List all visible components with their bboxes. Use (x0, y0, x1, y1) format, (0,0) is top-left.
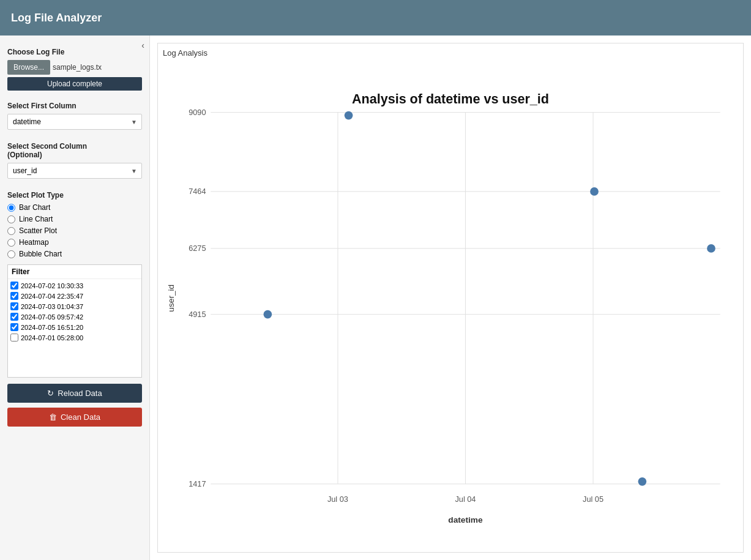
first-column-label: Select First Column (7, 102, 142, 110)
filter-item-label-0: 2024-07-02 10:30:33 (21, 282, 83, 289)
chart-title: Analysis of datetime vs user_id (352, 92, 549, 106)
filter-checkbox-1[interactable] (10, 292, 18, 300)
app-title: Log File Analyzer (11, 12, 102, 24)
plot-type-radio-group: Bar Chart Line Chart Scatter Plot Heatma… (7, 203, 142, 258)
filename-display: sample_logs.tx (53, 63, 102, 72)
filter-item-label-5: 2024-07-01 05:28:00 (21, 334, 83, 342)
chart-container: Analysis of datetime vs user_id (163, 61, 738, 547)
radio-bar-chart-input[interactable] (7, 204, 15, 212)
filter-item-3[interactable]: 2024-07-05 09:57:42 (10, 312, 139, 322)
radio-line-chart-input[interactable] (7, 215, 15, 223)
upload-status: Upload complete (7, 77, 142, 91)
y-tick-1417: 1417 (189, 479, 206, 488)
data-point-4 (707, 244, 716, 253)
chart-panel-title: Log Analysis (163, 48, 738, 58)
radio-line-chart[interactable]: Line Chart (7, 215, 142, 223)
radio-heatmap[interactable]: Heatmap (7, 238, 142, 247)
reload-icon: ↻ (47, 389, 54, 398)
second-column-select[interactable]: user_id datetime action ip_address (7, 163, 142, 179)
filter-checkbox-5[interactable] (10, 334, 18, 342)
filter-item-label-1: 2024-07-04 22:35:47 (21, 293, 83, 300)
y-axis-title: user_id (166, 285, 176, 312)
first-column-dropdown-wrapper: datetime user_id action ip_address (7, 114, 142, 130)
filter-checkbox-4[interactable] (10, 323, 18, 331)
filter-checkbox-2[interactable] (10, 302, 18, 310)
data-point-0 (264, 310, 272, 319)
filter-item-1[interactable]: 2024-07-04 22:35:47 (10, 291, 139, 301)
x-tick-jul05: Jul 05 (583, 495, 603, 504)
app-header: Log File Analyzer (0, 0, 751, 35)
y-tick-7464: 7464 (189, 187, 206, 196)
file-section-label: Choose Log File (7, 48, 142, 56)
filter-item-5[interactable]: 2024-07-01 05:28:00 (10, 332, 139, 343)
radio-bubble-chart-input[interactable] (7, 250, 15, 258)
filter-section: Filter 2024-07-02 10:30:33 2024-07-04 22… (7, 264, 142, 378)
filter-label: Filter (8, 265, 141, 279)
data-point-1 (345, 111, 353, 120)
radio-scatter-plot-label: Scatter Plot (19, 226, 57, 235)
x-axis-title: datetime (448, 515, 483, 525)
clean-button-label: Clean Data (61, 413, 100, 422)
second-column-select-container: user_id datetime action ip_address (7, 163, 142, 179)
radio-line-chart-label: Line Chart (19, 215, 53, 223)
x-tick-jul03: Jul 03 (327, 495, 348, 504)
filter-list[interactable]: 2024-07-02 10:30:33 2024-07-04 22:35:47 … (8, 279, 141, 377)
sidebar: ‹ Choose Log File Browse... sample_logs.… (0, 35, 150, 560)
reload-button[interactable]: ↻ Reload Data (7, 384, 142, 403)
radio-heatmap-label: Heatmap (19, 238, 49, 247)
collapse-button[interactable]: ‹ (141, 40, 144, 50)
y-tick-4915: 4915 (189, 310, 206, 319)
radio-heatmap-input[interactable] (7, 239, 15, 247)
reload-button-label: Reload Data (58, 389, 102, 398)
filter-item-2[interactable]: 2024-07-03 01:04:37 (10, 301, 139, 312)
y-tick-9090: 9090 (189, 108, 206, 117)
filter-item-label-3: 2024-07-05 09:57:42 (21, 313, 83, 321)
first-column-select-container: datetime user_id action ip_address (7, 114, 142, 130)
radio-bar-chart-label: Bar Chart (19, 203, 50, 212)
clean-button[interactable]: 🗑 Clean Data (7, 408, 142, 427)
radio-bar-chart[interactable]: Bar Chart (7, 203, 142, 212)
filter-item-label-2: 2024-07-03 01:04:37 (21, 303, 83, 310)
chart-panel: Log Analysis Analysis of datetime vs use… (157, 43, 744, 553)
x-tick-jul04: Jul 04 (455, 495, 476, 504)
trash-icon: 🗑 (49, 413, 57, 422)
radio-scatter-plot-input[interactable] (7, 227, 15, 235)
data-point-2 (590, 187, 599, 196)
data-point-3 (638, 477, 646, 486)
filter-item-0[interactable]: 2024-07-02 10:30:33 (10, 280, 139, 291)
browse-button[interactable]: Browse... (7, 60, 50, 75)
filter-checkbox-3[interactable] (10, 313, 18, 321)
y-tick-6275: 6275 (189, 244, 206, 253)
main-layout: ‹ Choose Log File Browse... sample_logs.… (0, 35, 751, 560)
filter-checkbox-0[interactable] (10, 282, 18, 289)
second-column-label: Select Second Column(Optional) (7, 142, 142, 159)
second-column-dropdown-wrapper: user_id datetime action ip_address (7, 163, 142, 179)
radio-bubble-chart-label: Bubble Chart (19, 250, 62, 258)
filter-item-label-4: 2024-07-05 16:51:20 (21, 324, 83, 331)
radio-scatter-plot[interactable]: Scatter Plot (7, 226, 142, 235)
plot-type-label: Select Plot Type (7, 191, 142, 200)
first-column-select[interactable]: datetime user_id action ip_address (7, 114, 142, 130)
file-row: Browse... sample_logs.tx (7, 60, 142, 75)
filter-item-4[interactable]: 2024-07-05 16:51:20 (10, 322, 139, 332)
chart-area: Log Analysis Analysis of datetime vs use… (150, 35, 751, 560)
radio-bubble-chart[interactable]: Bubble Chart (7, 250, 142, 258)
scatter-plot-svg: Analysis of datetime vs user_id (163, 61, 738, 547)
